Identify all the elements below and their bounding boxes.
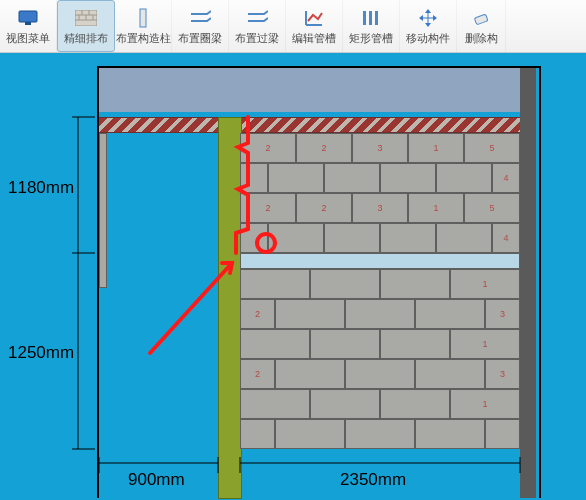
graph-icon [303, 7, 325, 29]
layout-column-button[interactable]: 布置构造柱 [115, 0, 172, 52]
layout-lintel-button[interactable]: 布置过梁 [229, 0, 286, 52]
fine-layout-button[interactable]: 精细排布 [57, 0, 115, 52]
drawing-canvas[interactable]: 2 2 3 1 5 4 2 2 3 1 5 4 1 2 3 1 2 3 1 [0, 53, 586, 500]
view-menu-button[interactable]: 视图菜单 [0, 0, 57, 52]
svg-rect-0 [19, 11, 37, 22]
annotation-arrow [150, 263, 232, 353]
edit-slot-button[interactable]: 编辑管槽 [286, 0, 343, 52]
edit-slot-label: 编辑管槽 [292, 31, 336, 46]
layout-column-label: 布置构造柱 [116, 31, 171, 46]
bars-icon [360, 7, 382, 29]
layout-lintel-label: 布置过梁 [235, 31, 279, 46]
fine-layout-label: 精细排布 [64, 31, 108, 46]
rect-slot-button[interactable]: 矩形管槽 [343, 0, 400, 52]
dim-lower-height: 1250mm [8, 343, 74, 362]
svg-rect-11 [363, 11, 366, 25]
rect-slot-label: 矩形管槽 [349, 31, 393, 46]
dim-left-width: 900mm [128, 470, 185, 489]
svg-rect-13 [375, 11, 378, 25]
svg-rect-12 [369, 11, 372, 25]
annotation-squiggle [236, 117, 248, 253]
brick-wall-icon [75, 7, 97, 29]
move-component-label: 移动构件 [406, 31, 450, 46]
view-menu-label: 视图菜单 [6, 31, 50, 46]
svg-line-28 [150, 263, 232, 353]
double-bar-icon [246, 7, 268, 29]
column-icon [132, 7, 154, 29]
dim-upper-height: 1180mm [8, 178, 74, 197]
move-arrows-icon [417, 7, 439, 29]
double-bar-icon [189, 7, 211, 29]
eraser-icon [470, 7, 492, 29]
monitor-icon [17, 7, 39, 29]
layout-ring-button[interactable]: 布置圈梁 [172, 0, 229, 52]
svg-rect-16 [474, 14, 488, 25]
dimension-overlay: 1180mm 1250mm 900mm 2350mm [0, 53, 586, 500]
dim-right-width: 2350mm [340, 470, 406, 489]
layout-ring-label: 布置圈梁 [178, 31, 222, 46]
delete-component-button[interactable]: 删除构 [457, 0, 506, 52]
svg-rect-1 [25, 22, 31, 25]
annotation-circle [257, 234, 275, 252]
delete-component-label: 删除构 [465, 31, 498, 46]
svg-rect-10 [140, 9, 146, 27]
move-component-button[interactable]: 移动构件 [400, 0, 457, 52]
toolbar: 视图菜单 精细排布 布置构造柱 布置圈梁 布置过梁 编辑管槽 矩形管槽 [0, 0, 586, 53]
